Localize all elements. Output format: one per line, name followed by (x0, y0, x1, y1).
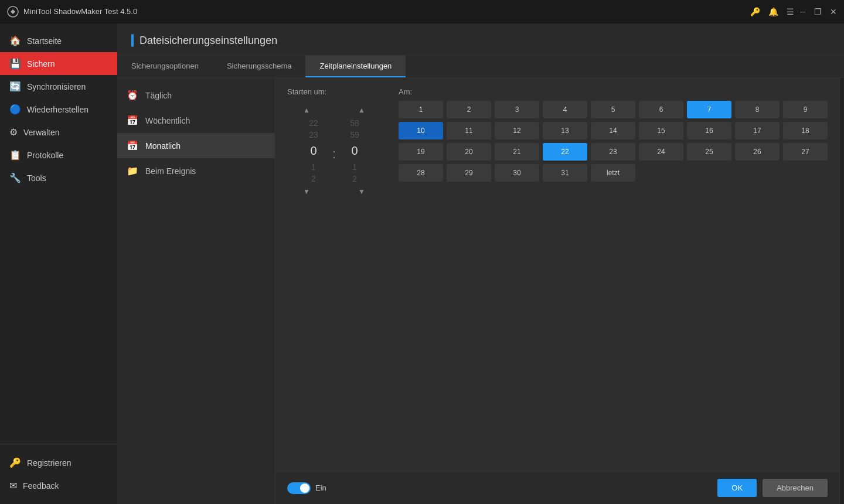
minimize-button[interactable]: ─ (800, 7, 806, 16)
close-button[interactable]: ✕ (830, 7, 837, 16)
sidebar-item-feedback[interactable]: ✉ Feedback (0, 474, 117, 497)
day-button-14[interactable]: 14 (591, 122, 635, 139)
day-button-1[interactable]: 1 (399, 101, 443, 118)
ok-button[interactable]: OK (717, 479, 757, 497)
cancel-button[interactable]: Abbrechen (763, 479, 828, 497)
day-button-7[interactable]: 7 (687, 101, 731, 118)
sidebar-item-synchronisieren[interactable]: 🔄 Synchronisieren (0, 75, 117, 98)
sidebar-item-verwalten[interactable]: ⚙ Verwalten (0, 121, 117, 144)
day-button-23[interactable]: 23 (591, 143, 635, 161)
tab-zeitplaneinstellungen[interactable]: Zeitplaneinstellungen (305, 56, 406, 77)
backup-icon: 💾 (9, 58, 21, 69)
day-button-30[interactable]: 30 (495, 164, 539, 182)
hours-prev2: 22 (309, 117, 318, 129)
sidebar-label-wiederherstellen: Wiederherstellen (27, 105, 89, 114)
sidebar-item-protokolle[interactable]: 📋 Protokolle (0, 144, 117, 166)
day-button-31[interactable]: 31 (543, 164, 587, 182)
day-button-6[interactable]: 6 (639, 101, 683, 118)
minutes-prev2: 58 (350, 117, 359, 129)
clock-icon: ⏰ (127, 90, 138, 101)
day-button-22[interactable]: 22 (543, 143, 587, 161)
day-button-12[interactable]: 12 (495, 122, 539, 139)
menu-icon[interactable]: ☰ (787, 7, 794, 16)
time-label: Starten um: (287, 87, 381, 96)
schedule-label-taeglich: Täglich (145, 91, 172, 100)
sidebar-nav: 🏠 Startseite 💾 Sichern 🔄 Synchronisieren… (0, 23, 117, 444)
day-button-letzt[interactable]: letzt (591, 164, 635, 182)
minutes-down-arrow[interactable]: ▼ (353, 186, 370, 197)
footer: Ein OK Abbrechen (275, 471, 839, 504)
time-display: 22 23 0 1 2 : 58 59 0 (296, 117, 372, 185)
schedule-label-woechentlich: Wöchentlich (145, 116, 190, 125)
title-bar: MiniTool ShadowMaker Test 4.5.0 🔑 🔔 ☰ ─ … (0, 0, 844, 23)
day-button-5[interactable]: 5 (591, 101, 635, 118)
minutes-column: ▲ (344, 104, 379, 116)
register-icon: 🔑 (9, 457, 21, 468)
sidebar: 🏠 Startseite 💾 Sichern 🔄 Synchronisieren… (0, 23, 117, 504)
day-button-20[interactable]: 20 (447, 143, 491, 161)
day-button-18[interactable]: 18 (783, 122, 828, 139)
key-icon[interactable]: 🔑 (750, 7, 760, 16)
toggle-container: Ein (287, 482, 326, 494)
day-button-19[interactable]: 19 (399, 143, 443, 161)
scrollbar[interactable] (839, 78, 844, 504)
day-button-29[interactable]: 29 (447, 164, 491, 182)
sidebar-item-tools[interactable]: 🔧 Tools (0, 166, 117, 189)
sidebar-item-registrieren[interactable]: 🔑 Registrieren (0, 451, 117, 474)
manage-icon: ⚙ (9, 127, 18, 138)
day-button-4[interactable]: 4 (543, 101, 587, 118)
sidebar-label-synchronisieren: Synchronisieren (27, 82, 86, 91)
sidebar-label-registrieren: Registrieren (27, 458, 71, 468)
schedule-content: Starten um: ▲ ▲ (275, 78, 839, 471)
tab-sicherungsschema[interactable]: Sicherungsschema (213, 56, 306, 77)
sidebar-item-startseite[interactable]: 🏠 Startseite (0, 29, 117, 52)
minutes-up-arrow[interactable]: ▲ (353, 104, 370, 116)
day-button-26[interactable]: 26 (735, 143, 780, 161)
main-layout: 🏠 Startseite 💾 Sichern 🔄 Synchronisieren… (0, 23, 844, 504)
minutes-next2: 2 (352, 173, 357, 185)
day-button-17[interactable]: 17 (735, 122, 780, 139)
right-panel: Starten um: ▲ ▲ (275, 78, 839, 504)
maximize-button[interactable]: ❐ (814, 7, 822, 16)
hours-down-arrow[interactable]: ▼ (298, 186, 315, 197)
sidebar-label-verwalten: Verwalten (23, 128, 59, 137)
minutes-display: 58 59 0 1 2 (337, 117, 372, 185)
schedule-item-taeglich[interactable]: ⏰ Täglich (117, 83, 275, 108)
tab-sicherungsoptionen[interactable]: Sicherungsoptionen (117, 56, 213, 77)
home-icon: 🏠 (9, 35, 21, 46)
sidebar-bottom: 🔑 Registrieren ✉ Feedback (0, 444, 117, 504)
event-icon: 📁 (127, 165, 138, 176)
day-label: Am: (399, 87, 828, 96)
schedule-item-monatlich[interactable]: 📅 Monatlich (117, 133, 275, 158)
day-button-11[interactable]: 11 (447, 122, 491, 139)
window-controls: ─ ❐ ✕ (800, 7, 837, 16)
schedule-type-panel: ⏰ Täglich 📅 Wöchentlich 📅 Monatlich 📁 Be… (117, 78, 275, 504)
day-button-21[interactable]: 21 (495, 143, 539, 161)
day-button-24[interactable]: 24 (639, 143, 683, 161)
enable-toggle[interactable] (287, 482, 311, 494)
day-button-10[interactable]: 10 (399, 122, 443, 139)
day-button-8[interactable]: 8 (735, 101, 780, 118)
header-accent-bar (131, 34, 134, 47)
day-button-15[interactable]: 15 (639, 122, 683, 139)
schedule-item-woechentlich[interactable]: 📅 Wöchentlich (117, 108, 275, 133)
day-button-27[interactable]: 27 (783, 143, 828, 161)
hours-up-arrow[interactable]: ▲ (298, 104, 315, 116)
day-button-3[interactable]: 3 (495, 101, 539, 118)
bell-icon[interactable]: 🔔 (768, 7, 778, 16)
feedback-icon: ✉ (9, 480, 17, 491)
day-button-25[interactable]: 25 (687, 143, 731, 161)
minutes-current: 0 (352, 141, 358, 161)
sidebar-item-sichern[interactable]: 💾 Sichern (0, 52, 117, 75)
sidebar-item-wiederherstellen[interactable]: 🔵 Wiederherstellen (0, 98, 117, 121)
schedule-label-monatlich: Monatlich (145, 141, 181, 151)
day-button-13[interactable]: 13 (543, 122, 587, 139)
day-picker-section: Am: 123456789101112131415161718192021222… (399, 87, 828, 462)
day-button-16[interactable]: 16 (687, 122, 731, 139)
hours-down: ▼ (289, 186, 324, 197)
day-button-28[interactable]: 28 (399, 164, 443, 182)
day-button-2[interactable]: 2 (447, 101, 491, 118)
schedule-item-beim-ereignis[interactable]: 📁 Beim Ereignis (117, 158, 275, 183)
day-button-9[interactable]: 9 (783, 101, 828, 118)
sidebar-label-sichern: Sichern (27, 59, 55, 69)
